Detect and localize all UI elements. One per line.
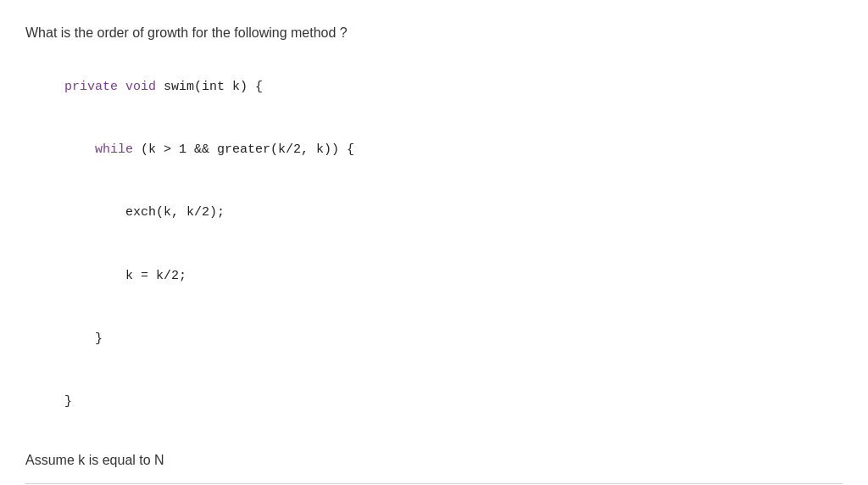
code-k-assign: k = k/2; [125,269,186,283]
keyword-while: while [95,142,141,157]
assume-text: Assume k is equal to N [25,453,843,468]
code-block: private void swim(int k) { while (k > 1 … [25,56,843,434]
code-exch: exch(k, k/2); [125,205,225,220]
question-text: What is the order of growth for the foll… [25,25,843,41]
code-close-method: } [64,394,72,409]
code-while-condition: (k > 1 && greater(k/2, k)) { [141,142,354,157]
code-close-while: } [95,332,103,346]
keyword-private: private [64,80,125,94]
code-method-sig: swim(int k) { [164,80,263,94]
keyword-void: void [125,80,164,94]
